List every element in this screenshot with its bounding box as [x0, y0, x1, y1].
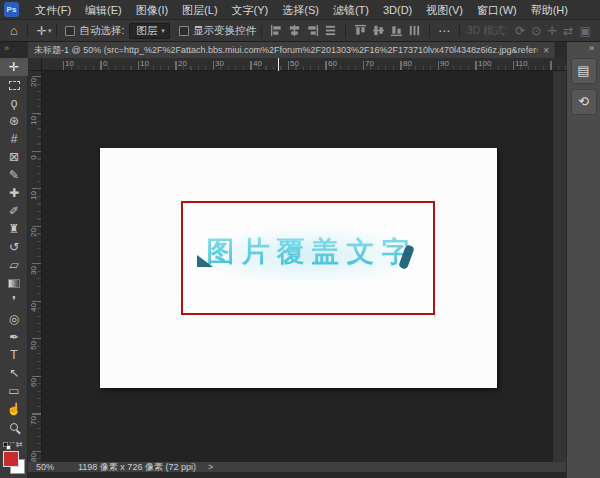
- swap-colors-icon[interactable]: ⇄: [16, 440, 23, 449]
- auto-select-value: 图层: [136, 24, 157, 38]
- color-swatch-area: ⇄: [0, 440, 28, 478]
- document-tab[interactable]: 未标题-1 @ 50% (src=http_%2F%2Fattach.bbs.m…: [28, 42, 556, 58]
- menu-filter[interactable]: 滤镜(T): [326, 0, 376, 20]
- history-brush-tool[interactable]: ↺: [0, 238, 28, 256]
- crop-tool[interactable]: #: [0, 130, 28, 148]
- align-left-edges-icon[interactable]: [269, 23, 284, 38]
- auto-select-label: 自动选择:: [79, 24, 124, 38]
- auto-select-dropdown[interactable]: 图层 ▾: [129, 23, 170, 39]
- align-horizontal-centers-icon[interactable]: [287, 23, 302, 38]
- ruler-label: 50: [290, 59, 299, 68]
- ruler-label: 60: [328, 59, 337, 68]
- align-icons-vertical: [353, 23, 422, 38]
- align-right-edges-icon[interactable]: [305, 23, 320, 38]
- healing-brush-tool[interactable]: ✚: [0, 184, 28, 202]
- dock-panel-buttons: ▤⟲: [567, 58, 600, 115]
- toolbar-collapse-icon[interactable]: »: [4, 43, 9, 53]
- hand-tool[interactable]: ☝: [0, 400, 28, 418]
- status-menu-chevron-icon[interactable]: >: [208, 462, 213, 472]
- menu-type[interactable]: 文字(Y): [225, 0, 276, 20]
- menu-layer[interactable]: 图层(L): [175, 0, 224, 20]
- ruler-label: 40: [29, 301, 38, 315]
- chevron-down-icon[interactable]: ▾: [48, 27, 52, 35]
- pen-tool[interactable]: ✒: [0, 328, 28, 346]
- ruler-label: 30: [215, 59, 224, 68]
- vertical-ruler[interactable]: 201001020304050607080: [28, 71, 42, 462]
- ruler-label: 70: [29, 414, 38, 428]
- mode-3d-icons: ⟳⊙✛⇄▣: [515, 24, 591, 38]
- panel-gap: [553, 58, 566, 472]
- slide-3d-icon[interactable]: ⇄: [563, 24, 573, 38]
- frame-tool[interactable]: ⊠: [0, 148, 28, 166]
- foreground-color-swatch[interactable]: [3, 451, 19, 467]
- rectangle-tool[interactable]: ▭: [0, 382, 28, 400]
- menu-image[interactable]: 图像(I): [129, 0, 175, 20]
- document-canvas[interactable]: 图片覆盖文字: [100, 148, 497, 388]
- roll-3d-icon[interactable]: ⊙: [531, 24, 541, 38]
- photoshop-logo-icon[interactable]: Ps: [4, 2, 19, 17]
- ruler-label: 20: [178, 59, 187, 68]
- dock-collapse-icon[interactable]: »: [567, 42, 600, 53]
- ruler-corner[interactable]: [28, 58, 42, 71]
- ruler-label: 80: [403, 59, 412, 68]
- window-bottom-edge: [0, 472, 566, 478]
- menu-edit[interactable]: 编辑(E): [78, 0, 129, 20]
- eraser-tool[interactable]: ▱: [0, 256, 28, 274]
- ruler-label: 110: [515, 59, 528, 68]
- orbit-3d-icon[interactable]: ⟳: [515, 24, 525, 38]
- ruler-label: 10: [65, 59, 74, 68]
- align-bottom-edges-icon[interactable]: [389, 23, 404, 38]
- gradient-tool[interactable]: [0, 274, 28, 292]
- ruler-label: 60: [29, 376, 38, 390]
- separator: [261, 23, 262, 38]
- default-colors-icon[interactable]: [3, 442, 12, 451]
- ruler-label: 50: [29, 339, 38, 353]
- align-top-edges-icon[interactable]: [353, 23, 368, 38]
- lasso-tool[interactable]: ϙ: [0, 94, 28, 112]
- separator: [345, 23, 346, 38]
- history-panel-button[interactable]: ⟲: [571, 89, 597, 115]
- type-tool[interactable]: T: [0, 346, 28, 364]
- clone-stamp-tool[interactable]: ♜: [0, 220, 28, 238]
- distribute-horizontals-icon[interactable]: [323, 23, 338, 38]
- horizontal-ruler[interactable]: 100102030405060708090100110: [42, 58, 566, 71]
- menu-help[interactable]: 帮助(H): [524, 0, 575, 20]
- blur-tool[interactable]: ❜: [0, 292, 28, 310]
- ruler-cursor-marker: [278, 58, 279, 71]
- show-transform-checkbox[interactable]: [179, 26, 189, 36]
- camera-3d-icon[interactable]: ▣: [579, 24, 590, 38]
- menu-window[interactable]: 窗口(W): [470, 0, 524, 20]
- ruler-label: 10: [29, 189, 38, 203]
- menu-file[interactable]: 文件(F): [28, 0, 78, 20]
- move-tool[interactable]: ✛: [0, 58, 28, 76]
- ruler-label: 0: [103, 59, 107, 68]
- zoom-level-field[interactable]: 50%: [36, 462, 54, 472]
- menu-view[interactable]: 视图(V): [419, 0, 470, 20]
- distribute-verticals-icon[interactable]: [407, 23, 422, 38]
- tools-panel: ✛ϙ⊛#⊠✎✚✐♜↺▱❜◎✒T↖▭☝ ⋯ ⇄: [0, 58, 28, 478]
- brush-tool[interactable]: ✐: [0, 202, 28, 220]
- document-tab-title: 未标题-1 @ 50% (src=http_%2F%2Fattach.bbs.m…: [34, 44, 538, 57]
- mode-3d-label: 3D 模式:: [467, 24, 507, 38]
- path-selection-tool[interactable]: ↖: [0, 364, 28, 382]
- object-selection-tool[interactable]: ⊛: [0, 112, 28, 130]
- canvas-workspace[interactable]: 图片覆盖文字: [42, 71, 553, 462]
- status-bar: 50% 1198 像素 x 726 像素 (72 ppi) >: [28, 462, 566, 472]
- ruler-label: 20: [29, 76, 38, 90]
- home-icon[interactable]: ⌂: [6, 21, 22, 41]
- auto-select-checkbox[interactable]: [65, 26, 75, 36]
- separator: [459, 23, 460, 38]
- more-options-icon[interactable]: ⋯: [435, 24, 454, 38]
- tool-list: ✛ϙ⊛#⊠✎✚✐♜↺▱❜◎✒T↖▭☝: [0, 58, 27, 436]
- adjustments-panel-button[interactable]: ▤: [571, 58, 597, 84]
- marquee-tool[interactable]: [0, 76, 28, 94]
- close-icon[interactable]: ×: [543, 45, 549, 56]
- align-vertical-centers-icon[interactable]: [371, 23, 386, 38]
- dodge-tool[interactable]: ◎: [0, 310, 28, 328]
- pan-3d-icon[interactable]: ✛: [547, 24, 557, 38]
- ruler-label: 0: [29, 151, 38, 165]
- eyedropper-tool[interactable]: ✎: [0, 166, 28, 184]
- menu-3d[interactable]: 3D(D): [376, 0, 419, 20]
- menu-select[interactable]: 选择(S): [275, 0, 326, 20]
- zoom-tool[interactable]: [0, 418, 28, 436]
